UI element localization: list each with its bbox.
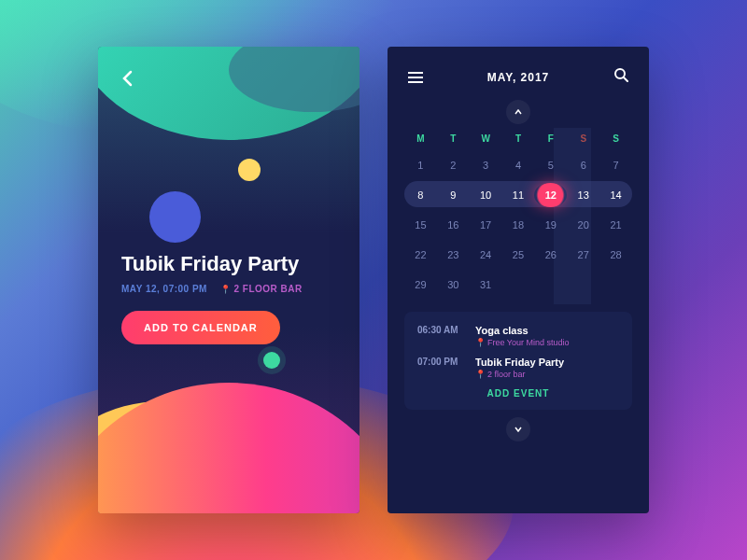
decorative-circle [149,191,201,243]
calendar-day[interactable]: 8 [404,183,437,207]
calendar-day[interactable]: 26 [534,243,567,267]
add-event-button[interactable]: ADD EVENT [417,388,619,399]
pin-icon: 📍 [475,370,486,379]
decorative-circle [238,159,261,181]
event-time: 06:30 AM [417,325,466,347]
calendar-day[interactable]: 16 [437,213,470,237]
calendar-day[interactable]: 2 [437,153,470,177]
back-button[interactable] [121,70,133,91]
calendar-day[interactable]: 7 [599,153,632,177]
pin-icon: 📍 [475,338,486,347]
svg-line-1 [624,77,627,81]
weekday-label: S [599,133,632,144]
calendar-day[interactable]: 1 [404,153,437,177]
calendar-day[interactable]: 6 [567,153,599,177]
calendar-day[interactable]: 30 [437,273,470,297]
event-name: Tubik Friday Party [475,357,619,368]
event-detail-screen: Tubik Friday Party MAY 12, 07:00 PM 📍 2 … [98,47,359,513]
calendar-day[interactable]: 23 [437,243,470,267]
add-to-calendar-button[interactable]: ADD TO CALENDAR [121,311,280,344]
calendar-day[interactable]: 10 [470,183,502,207]
weekday-label: T [502,133,535,144]
weekday-header: M T W T F S S [388,128,649,149]
event-location: 📍 2 FLOOR BAR [220,284,303,294]
event-datetime: MAY 12, 07:00 PM [121,284,207,294]
weekday-label: T [437,133,470,144]
next-section-button[interactable] [506,417,530,441]
calendar-day[interactable]: 14 [599,183,632,207]
event-title: Tubik Friday Party [121,252,336,276]
chevron-down-icon [514,427,522,432]
calendar-day[interactable]: 13 [567,183,599,207]
calendar-day[interactable]: 20 [567,213,599,237]
event-place: 📍Free Your Mind studio [475,338,619,347]
calendar-day[interactable]: 25 [502,243,535,267]
calendar-day [567,273,599,297]
calendar-day [502,273,535,297]
weekday-label: W [470,133,502,144]
calendar-day [599,273,632,297]
search-icon[interactable] [613,67,628,87]
month-label: MAY, 2017 [487,71,550,84]
event-place: 📍2 floor bar [475,370,619,379]
calendar-day[interactable]: 24 [470,243,502,267]
chevron-up-icon [514,109,522,115]
calendar-day[interactable]: 28 [599,243,632,267]
event-name: Yoga class [475,325,619,336]
calendar-day [534,273,567,297]
calendar-day[interactable]: 31 [470,273,502,297]
menu-icon[interactable] [408,72,423,83]
weekday-label: M [404,133,437,144]
event-time: 07:00 PM [417,357,466,379]
prev-month-button[interactable] [506,100,530,124]
calendar-day[interactable]: 18 [502,213,535,237]
calendar-day[interactable]: 29 [404,273,437,297]
calendar-day[interactable]: 11 [502,183,535,207]
calendar-day[interactable]: 4 [502,153,535,177]
calendar-screen: MAY, 2017 M T W T F S S 1234567891011121… [388,47,649,513]
event-row[interactable]: 06:30 AM Yoga class 📍Free Your Mind stud… [417,325,619,347]
decorative-circle [263,352,280,369]
calendar-day[interactable]: 22 [404,243,437,267]
calendar-day[interactable]: 19 [534,213,567,237]
chevron-left-icon [121,70,133,87]
calendar-day[interactable]: 17 [470,213,502,237]
calendar-grid: 1234567891011121314151617181920212223242… [388,149,649,304]
calendar-day[interactable]: 15 [404,213,437,237]
calendar-day[interactable]: 9 [437,183,470,207]
calendar-day[interactable]: 27 [567,243,599,267]
event-location-text: 2 FLOOR BAR [233,284,302,294]
calendar-day[interactable]: 5 [534,153,567,177]
pin-icon: 📍 [220,285,232,294]
calendar-day[interactable]: 21 [599,213,632,237]
event-row[interactable]: 07:00 PM Tubik Friday Party 📍2 floor bar [417,357,619,379]
day-events-panel: 06:30 AM Yoga class 📍Free Your Mind stud… [404,312,632,410]
calendar-day[interactable]: 3 [470,153,502,177]
